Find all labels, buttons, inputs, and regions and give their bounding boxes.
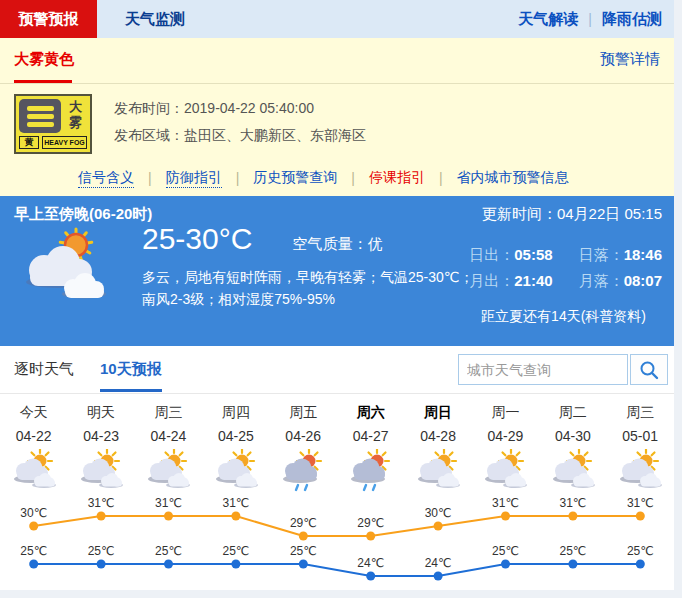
day-label: 明天: [67, 400, 134, 424]
date-label: 04-28: [404, 424, 471, 448]
day-label: 今天: [0, 400, 67, 424]
sunset: 日落：18:46: [579, 246, 662, 265]
low-temperature-chart: 25℃25℃25℃25℃25℃24℃24℃25℃25℃25℃: [0, 544, 674, 594]
sunrise: 日出：05:58: [469, 246, 552, 265]
date-label: 04-30: [539, 424, 606, 448]
fog-english-label: HEAVY FOG: [42, 136, 87, 149]
publish-area: 发布区域：盐田区、大鹏新区、东部海区: [114, 122, 366, 149]
warning-panel: 大雾黄色 预警详情 大雾 黄 HEAVY FOG 发布时间：2019-04-22…: [0, 38, 674, 196]
partly-cloudy-icon: [16, 226, 120, 310]
ten-day-forecast-grid: 今天明天周三周四周五周六周日周一周二周三 04-2204-2304-2404-2…: [0, 394, 674, 594]
tab-weather-monitoring[interactable]: 天气监测: [111, 0, 199, 38]
current-weather-panel: 早上至傍晚(06-20时) 更新时间：04月22日 05:15 25-30°C …: [0, 196, 674, 346]
date-label: 04-27: [337, 424, 404, 448]
weather-icon-partly-cloudy: [404, 448, 471, 496]
top-nav-links: 天气解读 | 降雨估测: [518, 0, 662, 38]
weather-page: 预警预报 天气监测 天气解读 | 降雨估测 大雾黄色 预警详情 大雾 黄 HEA…: [0, 0, 674, 590]
svg-text:31℃: 31℃: [155, 496, 182, 510]
date-labels-row: 04-2204-2304-2404-2504-2604-2704-2804-29…: [0, 424, 674, 448]
tab-fog-yellow-warning[interactable]: 大雾黄色: [14, 50, 74, 69]
svg-text:25℃: 25℃: [88, 544, 115, 558]
weather-icons-row: [0, 448, 674, 496]
svg-text:24℃: 24℃: [357, 556, 384, 570]
fog-warning-icon: 大雾 黄 HEAVY FOG: [14, 94, 92, 154]
weather-icon-partly-cloudy: [472, 448, 539, 496]
date-label: 04-25: [202, 424, 269, 448]
link-defense-guide[interactable]: 防御指引: [166, 169, 222, 188]
link-province-city-warnings[interactable]: 省内城市预警信息: [457, 169, 569, 187]
weather-icon-partly-cloudy: [135, 448, 202, 496]
weather-icon-partly-cloudy: [0, 448, 67, 496]
svg-text:31℃: 31℃: [559, 496, 586, 510]
moonrise: 月出：21:40: [469, 272, 552, 291]
city-search-input[interactable]: [459, 355, 627, 384]
svg-text:29℃: 29℃: [290, 516, 317, 530]
warning-tab-row: 大雾黄色 预警详情: [0, 38, 674, 84]
warning-publish-info: 发布时间：2019-04-22 05:40:00 发布区域：盐田区、大鹏新区、东…: [114, 94, 366, 149]
weather-icon-showers: [337, 448, 404, 496]
active-tab-underline: [14, 80, 72, 83]
moonset: 月落：08:07: [579, 272, 662, 291]
weather-icon-partly-cloudy: [202, 448, 269, 496]
svg-text:31℃: 31℃: [222, 496, 249, 510]
day-label: 周一: [472, 400, 539, 424]
weather-icon-showers: [270, 448, 337, 496]
svg-text:30℃: 30℃: [425, 506, 452, 520]
day-label: 周四: [202, 400, 269, 424]
warning-info: 大雾 黄 HEAVY FOG 发布时间：2019-04-22 05:40:00 …: [0, 84, 674, 160]
svg-text:25℃: 25℃: [222, 544, 249, 558]
high-temperature-chart: 30℃31℃31℃31℃29℃29℃30℃31℃31℃31℃: [0, 496, 674, 544]
svg-text:30℃: 30℃: [20, 506, 47, 520]
tab-warning-forecast[interactable]: 预警预报: [0, 0, 97, 38]
city-search-box: [458, 354, 628, 385]
svg-text:24℃: 24℃: [425, 556, 452, 570]
forecast-tab-row: 逐时天气 10天预报: [0, 346, 674, 394]
svg-text:31℃: 31℃: [627, 496, 654, 510]
fog-symbol-icon: [19, 99, 61, 133]
fog-level-label: 黄: [19, 136, 39, 149]
solar-term-countdown[interactable]: 距立夏还有14天(科普资料): [481, 308, 646, 326]
weather-icon-partly-cloudy: [607, 448, 674, 496]
svg-text:25℃: 25℃: [20, 544, 47, 558]
date-label: 04-26: [270, 424, 337, 448]
date-label: 04-29: [472, 424, 539, 448]
temperature-range: 25-30°C: [142, 222, 252, 256]
day-label: 周五: [270, 400, 337, 424]
svg-text:31℃: 31℃: [88, 496, 115, 510]
date-label: 05-01: [607, 424, 674, 448]
sun-moon-times: 日出：05:58 日落：18:46 月出：21:40 月落：08:07: [469, 246, 662, 291]
link-warning-details[interactable]: 预警详情: [600, 50, 660, 69]
day-labels-row: 今天明天周三周四周五周六周日周一周二周三: [0, 400, 674, 424]
svg-text:31℃: 31℃: [492, 496, 519, 510]
day-label: 周六: [337, 400, 404, 424]
svg-text:25℃: 25℃: [559, 544, 586, 558]
weather-description: 多云，局地有短时阵雨，早晚有轻雾；气温25-30℃； 南风2-3级；相对湿度75…: [142, 266, 474, 310]
date-label: 04-22: [0, 424, 67, 448]
weather-icon-partly-cloudy: [67, 448, 134, 496]
link-class-suspension-guide[interactable]: 停课指引: [369, 169, 425, 187]
link-history-warning-query[interactable]: 历史预警查询: [253, 169, 337, 187]
svg-text:25℃: 25℃: [155, 544, 182, 558]
fog-icon-label: 大雾: [64, 99, 87, 133]
link-rain-estimation[interactable]: 降雨估测: [602, 10, 662, 29]
svg-text:25℃: 25℃: [627, 544, 654, 558]
tab-ten-day-forecast[interactable]: 10天预报: [100, 360, 162, 392]
link-weather-interpretation[interactable]: 天气解读: [518, 10, 578, 29]
publish-time: 发布时间：2019-04-22 05:40:00: [114, 95, 366, 122]
search-icon: [639, 360, 659, 380]
day-label: 周日: [404, 400, 471, 424]
search-button[interactable]: [630, 354, 668, 385]
temperature-row: 25-30°C 空气质量：优: [142, 222, 382, 256]
day-label: 周三: [135, 400, 202, 424]
weather-icon-partly-cloudy: [539, 448, 606, 496]
tab-hourly-weather[interactable]: 逐时天气: [14, 360, 74, 379]
top-nav: 预警预报 天气监测 天气解读 | 降雨估测: [0, 0, 674, 38]
day-label: 周二: [539, 400, 606, 424]
divider: |: [588, 11, 592, 27]
date-label: 04-23: [67, 424, 134, 448]
date-label: 04-24: [135, 424, 202, 448]
update-time: 更新时间：04月22日 05:15: [482, 205, 662, 224]
day-label: 周三: [607, 400, 674, 424]
svg-text:25℃: 25℃: [492, 544, 519, 558]
link-signal-meaning[interactable]: 信号含义: [78, 169, 134, 188]
